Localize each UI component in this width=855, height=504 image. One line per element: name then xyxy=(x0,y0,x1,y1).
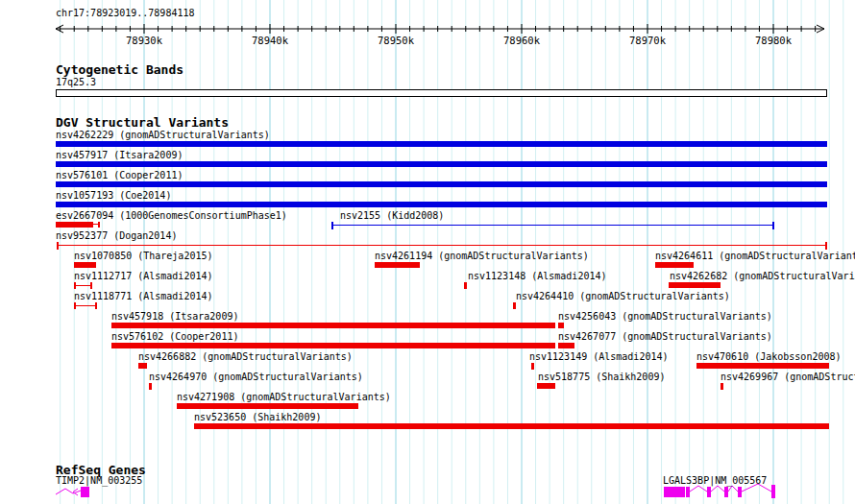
variant-whisker-tick xyxy=(98,222,100,228)
variant-bar[interactable] xyxy=(177,403,358,409)
ruler-tick-label: 78980k xyxy=(755,35,793,46)
ruler-tick-label: 78930k xyxy=(126,35,163,46)
variant-point[interactable] xyxy=(464,282,467,289)
variant-bar[interactable] xyxy=(558,343,574,348)
variant-label[interactable]: nsv1123149 (Alsmadi2014) xyxy=(529,351,669,362)
variant-bar[interactable] xyxy=(655,262,694,268)
ruler-tick-label: 78960k xyxy=(503,35,541,46)
variant-label[interactable]: nsv576102 (Cooper2011) xyxy=(111,331,238,342)
region-coordinates: chr17:78923019..78984118 xyxy=(56,8,195,18)
variant-range-tick xyxy=(57,242,59,250)
gene-exon[interactable] xyxy=(664,487,685,497)
variant-label[interactable]: nsv4264970 (gnomADStructuralVariants) xyxy=(149,372,363,382)
variant-label[interactable]: nsv457918 (Itsara2009) xyxy=(111,311,238,322)
variant-label[interactable]: nsv470610 (Jakobsson2008) xyxy=(696,351,842,362)
section-title-dgv-structural-variants: DGV Structural Variants xyxy=(56,116,229,129)
gene-exon[interactable] xyxy=(724,487,728,497)
variant-point[interactable] xyxy=(513,302,516,309)
variant-bar[interactable] xyxy=(56,222,93,228)
variant-bar[interactable] xyxy=(111,323,555,328)
variant-bar[interactable] xyxy=(558,323,564,328)
gene-intron-line xyxy=(728,486,738,492)
variant-label[interactable]: nsv2155 (Kidd2008) xyxy=(340,210,444,221)
variant-range-tick xyxy=(825,242,827,250)
variant-range-tick xyxy=(74,302,76,309)
variant-label[interactable]: nsv4262229 (gnomADStructuralVariants) xyxy=(56,130,270,140)
variant-label[interactable]: nsv4264410 (gnomADStructuralVariants) xyxy=(516,291,730,301)
variant-range-tick xyxy=(772,222,774,229)
variant-bar[interactable] xyxy=(111,343,555,348)
variant-range-line[interactable] xyxy=(57,245,826,246)
section-title-cytogenetic-bands: Cytogenetic Bands xyxy=(56,63,183,76)
variant-range-tick xyxy=(331,222,333,229)
gene-label[interactable]: TIMP2|NM_003255 xyxy=(56,475,142,486)
variant-label[interactable]: nsv457917 (Itsara2009) xyxy=(56,150,183,160)
variant-point[interactable] xyxy=(149,383,152,390)
gene-exon[interactable] xyxy=(738,487,742,497)
variant-bar[interactable] xyxy=(696,363,829,369)
gene-exon[interactable] xyxy=(81,487,89,497)
variant-range-line[interactable] xyxy=(74,305,96,306)
variant-bar[interactable] xyxy=(375,262,420,268)
ruler-tick-label: 78970k xyxy=(629,35,667,46)
variant-label[interactable]: nsv4266882 (gnomADStructuralVariants) xyxy=(138,351,353,362)
variant-point[interactable] xyxy=(721,383,723,390)
variant-label[interactable]: nsv4267077 (gnomADStructuralVariants) xyxy=(558,331,772,342)
gene-exon[interactable] xyxy=(707,487,711,497)
variant-range-tick xyxy=(74,282,76,289)
variant-label[interactable]: nsv1057193 (Coe2014) xyxy=(56,190,171,201)
variant-label[interactable]: nsv1112717 (Alsmadi2014) xyxy=(74,271,213,281)
gene-intron-line xyxy=(690,486,707,492)
gene-exon[interactable] xyxy=(771,485,775,498)
gene-label[interactable]: LGALS3BP|NM_005567 xyxy=(663,475,767,486)
variant-label[interactable]: nsv4271908 (gnomADStructuralVariants) xyxy=(177,392,391,402)
cytoband-bar xyxy=(56,89,827,97)
variant-label[interactable]: nsv1070850 (Thareja2015) xyxy=(74,251,213,261)
variant-bar[interactable] xyxy=(138,363,147,369)
variant-bar[interactable] xyxy=(56,202,827,207)
variant-label[interactable]: nsv4269967 (gnomADStructuralVariants) xyxy=(721,372,855,382)
variant-label[interactable]: nsv1123148 (Alsmadi2014) xyxy=(468,271,607,281)
variant-label[interactable]: nsv4256043 (gnomADStructuralVariants) xyxy=(558,311,772,322)
variant-bar[interactable] xyxy=(56,181,827,187)
ruler-tick-label: 78940k xyxy=(252,35,289,46)
variant-label[interactable]: esv2667094 (1000GenomesConsortiumPhase1) xyxy=(56,210,287,221)
variant-label[interactable]: nsv1118771 (Alsmadi2014) xyxy=(74,291,213,301)
variant-label[interactable]: nsv4261194 (gnomADStructuralVariants) xyxy=(375,251,589,261)
variant-label[interactable]: nsv952377 (Dogan2014) xyxy=(56,230,177,241)
cytoband-label: 17q25.3 xyxy=(56,77,96,87)
ruler-tick-label: 78950k xyxy=(378,35,415,46)
variant-bar[interactable] xyxy=(669,282,721,288)
variant-bar[interactable] xyxy=(537,383,555,389)
variant-range-tick xyxy=(90,282,92,289)
variant-label[interactable]: nsv523650 (Shaikh2009) xyxy=(194,412,321,422)
variant-bar[interactable] xyxy=(56,161,827,167)
gene-exon[interactable] xyxy=(686,487,690,497)
variant-bar[interactable] xyxy=(194,423,829,429)
genome-browser-panel: 78930k78940k78950k78960k78970k78980k chr… xyxy=(0,0,855,504)
variant-bar[interactable] xyxy=(56,141,827,147)
variant-label[interactable]: nsv576101 (Cooper2011) xyxy=(56,170,183,180)
variant-label[interactable]: nsv4264611 (gnomADStructuralVariants) xyxy=(655,251,855,261)
variant-bar[interactable] xyxy=(74,262,96,268)
variant-point[interactable] xyxy=(531,363,534,370)
variant-range-tick xyxy=(95,302,97,309)
variant-range-line[interactable] xyxy=(74,285,91,286)
variant-label[interactable]: nsv4262682 (gnomADStructuralVariants) xyxy=(670,271,855,281)
variant-label[interactable]: nsv518775 (Shaikh2009) xyxy=(538,372,665,382)
variant-range-line[interactable] xyxy=(331,225,773,226)
